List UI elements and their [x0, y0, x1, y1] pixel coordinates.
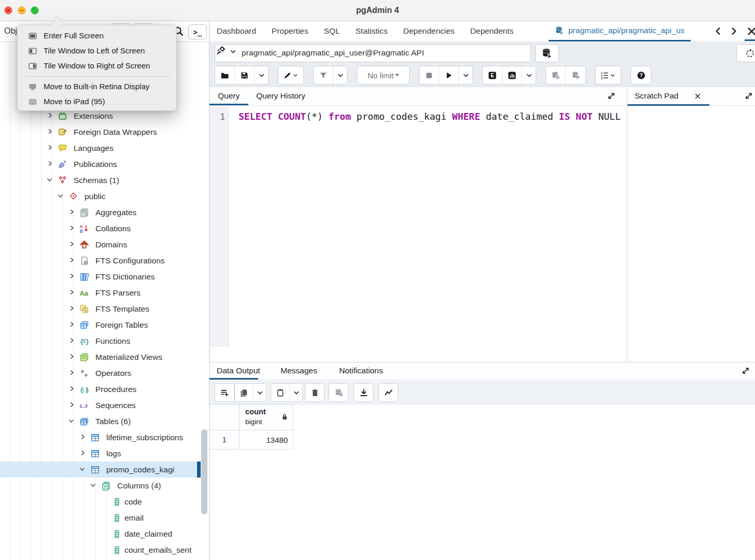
- copy-button[interactable]: [235, 384, 254, 401]
- execute-options-button[interactable]: [459, 66, 472, 84]
- macros-button[interactable]: 123: [596, 66, 621, 84]
- tree-item-schemas-1-[interactable]: Schemas (1): [0, 172, 209, 188]
- grid-column-header[interactable]: count bigint: [240, 404, 293, 430]
- grid-cell-value[interactable]: 13480: [240, 430, 293, 450]
- save-data-button[interactable]: [329, 384, 348, 401]
- filter-options-button[interactable]: [333, 66, 347, 84]
- chevron-right-icon[interactable]: [47, 144, 53, 153]
- chevron-down-icon[interactable]: [57, 192, 64, 201]
- tab-query-history[interactable]: Query History: [256, 91, 305, 101]
- chevron-right-icon[interactable]: [68, 304, 75, 314]
- paste-button[interactable]: [271, 384, 290, 401]
- tab-close-icon[interactable]: [747, 26, 755, 38]
- tree-item-columns-4-[interactable]: Columns (4): [0, 478, 209, 494]
- tree-item-domains[interactable]: Domains: [0, 236, 209, 253]
- copy-options-button[interactable]: [254, 384, 266, 401]
- chevron-right-icon[interactable]: [68, 288, 75, 298]
- tree-item-date-claimed[interactable]: date_claimed: [0, 526, 209, 542]
- tab-statistics[interactable]: Statistics: [356, 26, 388, 36]
- tree-item-publications[interactable]: Publications: [0, 156, 209, 172]
- tree-item-fts-templates[interactable]: FTS Templates: [0, 301, 209, 317]
- grid-corner-cell[interactable]: [209, 404, 240, 430]
- add-row-button[interactable]: [215, 384, 234, 401]
- chevron-right-icon[interactable]: [68, 320, 75, 330]
- scratch-pad-body[interactable]: [627, 106, 755, 362]
- menu-item-tile-window-to-right-of-screen[interactable]: Tile Window to Right of Screen: [18, 59, 177, 74]
- chevron-right-icon[interactable]: [68, 272, 75, 282]
- chevron-down-icon[interactable]: [46, 176, 53, 185]
- tab-sql[interactable]: SQL: [324, 26, 340, 36]
- chevron-down-icon[interactable]: [79, 465, 86, 474]
- help-button[interactable]: ?: [631, 66, 651, 84]
- query-tool-tab[interactable]: pragmatic_api/pragmatic_api_us: [549, 21, 691, 41]
- expand-icon[interactable]: [741, 366, 750, 377]
- tree-item-count-emails-sent[interactable]: count_emails_sent: [0, 542, 209, 558]
- tree-item-functions[interactable]: {}Functions: [0, 333, 209, 349]
- save-options-button[interactable]: [255, 66, 268, 84]
- menu-item-move-to-built-in-retina-display[interactable]: Move to Built-in Retina Display: [18, 79, 177, 94]
- filter-button[interactable]: [314, 66, 333, 84]
- chevron-down-icon[interactable]: [90, 481, 96, 491]
- tree-item-aggregates[interactable]: Aggregates: [0, 204, 209, 220]
- tab-data-output[interactable]: Data Output: [217, 366, 260, 375]
- connection-select[interactable]: pragmatic_api/pragmatic_api_user@Pragmat…: [215, 44, 531, 62]
- tree-item-promo-codes-kagi[interactable]: promo_codes_kagi: [0, 461, 209, 478]
- chevron-right-icon[interactable]: [68, 401, 75, 410]
- tree-item-procedures[interactable]: {}()Procedures: [0, 381, 209, 397]
- chevron-right-icon[interactable]: [68, 224, 75, 233]
- expand-icon[interactable]: [607, 91, 616, 103]
- new-connection-button[interactable]: [535, 44, 559, 62]
- row-limit-select[interactable]: No limit: [357, 66, 409, 84]
- save-button[interactable]: [235, 66, 255, 84]
- open-file-button[interactable]: [215, 66, 235, 84]
- tab-messages[interactable]: Messages: [281, 366, 317, 375]
- chevron-right-icon[interactable]: [68, 385, 75, 394]
- tree-item-public[interactable]: public: [0, 188, 209, 204]
- tree-item-email[interactable]: email: [0, 510, 209, 526]
- tree-item-foreign-data-wrappers[interactable]: Foreign Data Wrappers: [0, 124, 209, 140]
- paste-options-button[interactable]: [290, 384, 302, 401]
- grid-row-number[interactable]: 1: [209, 430, 240, 450]
- chevron-right-icon[interactable]: [47, 160, 53, 169]
- refresh-button[interactable]: [736, 44, 755, 62]
- tree-item-materialized-views[interactable]: Materialized Views: [0, 349, 209, 365]
- expand-icon[interactable]: [744, 91, 753, 103]
- stop-button[interactable]: [420, 66, 439, 84]
- chevron-right-icon[interactable]: [79, 449, 86, 458]
- chevron-right-icon[interactable]: [68, 208, 75, 217]
- commit-button[interactable]: [546, 66, 566, 84]
- chevron-right-icon[interactable]: [47, 128, 53, 137]
- tab-properties[interactable]: Properties: [272, 26, 309, 36]
- chevron-right-icon[interactable]: [68, 369, 75, 378]
- chevron-right-icon[interactable]: [68, 240, 75, 249]
- sidebar-scrollbar[interactable]: [201, 429, 207, 514]
- query-tool-button[interactable]: >_: [188, 24, 207, 39]
- sql-editor[interactable]: 1 SELECT COUNT(*) from promo_codes_kagi …: [209, 106, 626, 362]
- chevron-right-icon[interactable]: [47, 111, 53, 121]
- chevron-right-icon[interactable]: [68, 256, 75, 265]
- execute-button[interactable]: [439, 66, 459, 84]
- tree-item-foreign-tables[interactable]: Foreign Tables: [0, 317, 209, 333]
- tab-scroll-right-icon[interactable]: [729, 26, 738, 38]
- chevron-right-icon[interactable]: [68, 337, 75, 346]
- menu-item-move-to-ipad-95-[interactable]: Move to iPad (95): [18, 94, 177, 109]
- tab-notifications[interactable]: Notifications: [339, 366, 383, 375]
- tree-item-tables-6-[interactable]: Tables (6): [0, 413, 209, 429]
- download-button[interactable]: [354, 384, 373, 401]
- tree-item-fts-parsers[interactable]: AaFTS Parsers: [0, 285, 209, 301]
- edit-button[interactable]: [278, 66, 303, 84]
- close-icon[interactable]: [694, 92, 702, 102]
- tree-item-operators[interactable]: Operators: [0, 365, 209, 381]
- tree-item-fts-dictionaries[interactable]: FTS Dictionaries: [0, 269, 209, 285]
- menu-item-tile-window-to-left-of-screen[interactable]: Tile Window to Left of Screen: [18, 44, 177, 59]
- explain-options-button[interactable]: [522, 66, 536, 84]
- tab-scroll-left-icon[interactable]: [714, 26, 723, 38]
- tab-dashboard[interactable]: Dashboard: [217, 26, 256, 36]
- tree-item-fts-configurations[interactable]: FTS Configurations: [0, 253, 209, 269]
- tab-query[interactable]: Query: [218, 91, 240, 101]
- menu-item-enter-full-screen[interactable]: Enter Full Screen: [18, 29, 177, 44]
- tree-item-lifetime-subscriptions[interactable]: lifetime_subscriptions: [0, 429, 209, 445]
- tree-item-collations[interactable]: ABCollations: [0, 220, 209, 236]
- chevron-down-icon[interactable]: [68, 417, 75, 426]
- chevron-right-icon[interactable]: [79, 433, 86, 442]
